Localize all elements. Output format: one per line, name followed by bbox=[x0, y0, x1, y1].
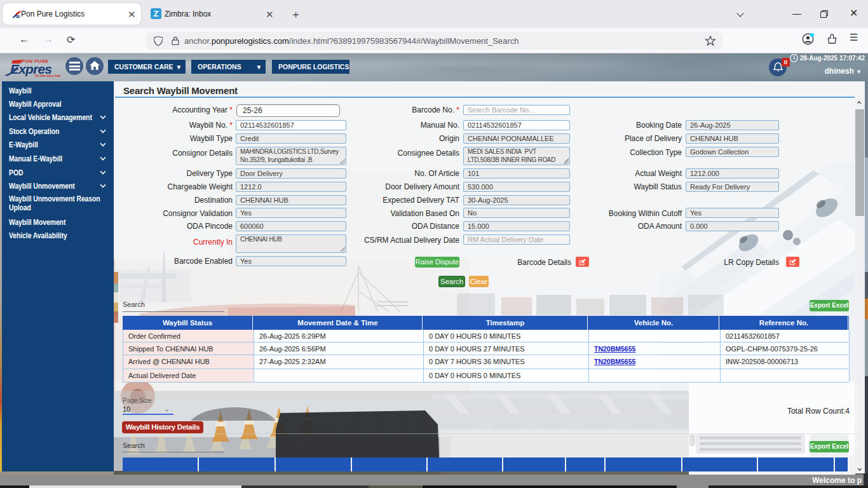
svg-text:On time every time: On time every time bbox=[35, 74, 61, 78]
